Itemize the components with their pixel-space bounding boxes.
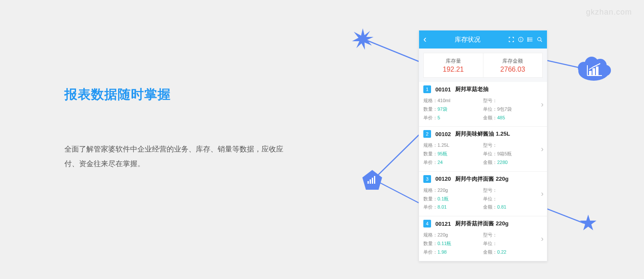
list-icon[interactable] [527,36,533,42]
svg-rect-8 [372,178,373,184]
amount-label: 金额： [483,115,497,120]
svg-line-4 [545,208,584,223]
qty-value: 0.1瓶 [437,196,449,201]
chevron-right-icon: › [541,189,544,198]
amount-label: 金额： [483,249,497,255]
description: 全面了解管家婆软件中企业经营的业务、库存、销量等数据，应收应付、资金往来尽在掌握… [64,142,288,171]
spec-label: 规格： [423,98,437,103]
svg-rect-6 [368,181,369,184]
summary-amount[interactable]: 库存金额 2766.03 [483,53,543,77]
model-label: 型号： [483,232,497,237]
search-icon[interactable] [537,36,543,42]
amount-label: 金额： [483,204,497,209]
svg-line-30 [541,40,542,42]
svg-rect-18 [593,69,595,76]
marketing-copy: 报表数据随时掌握 全面了解管家婆软件中企业经营的业务、库存、销量等数据，应收应付… [64,86,288,171]
app-header: ‹ 库存状况 [419,30,547,49]
item-index: 1 [423,85,431,93]
summary-card: 库存量 192.21 库存金额 2766.03 [423,53,543,78]
list-item[interactable]: 1 00101 厨邦草菇老抽 规格：410ml 数量：97袋 单价：5 型号： … [419,82,547,126]
svg-rect-19 [596,67,598,76]
svg-rect-9 [374,176,375,184]
qty-value: 0.11瓶 [437,241,451,246]
svg-rect-17 [589,71,591,76]
qty-label: 数量： [423,196,437,201]
headline: 报表数据随时掌握 [64,86,288,103]
qty-value: 97袋 [437,106,447,112]
model-label: 型号： [483,98,497,103]
spec-label: 规格： [423,143,437,148]
unit-label: 单位： [483,151,497,156]
summary-qty[interactable]: 库存量 192.21 [424,53,483,77]
phone-mockup: ‹ 库存状况 [419,30,547,261]
back-button[interactable]: ‹ [423,35,426,44]
spec-value: 220g [437,188,448,193]
svg-point-29 [538,37,541,41]
item-name: 厨邦香菇拌面酱 220g [455,220,508,227]
svg-line-1 [374,133,421,179]
price-label: 单价： [423,115,437,120]
item-name: 厨邦美味鲜酱油 1.25L [455,130,510,138]
list-item[interactable]: 2 00102 厨邦美味鲜酱油 1.25L 规格：1.25L 数量：95瓶 单价… [419,126,547,171]
svg-marker-5 [352,28,374,50]
svg-point-28 [528,41,529,42]
model-label: 型号： [483,188,497,193]
item-index: 3 [423,175,431,183]
amount-value: 485 [497,115,505,120]
amount-value: 0.81 [497,204,506,209]
amount-value: 2280 [497,160,507,165]
spec-value: 410ml [437,98,450,103]
scan-icon[interactable] [508,36,514,42]
item-code: 00120 [435,176,451,182]
qty-value: 95瓶 [437,151,447,156]
svg-line-0 [366,40,421,62]
unit-value: 9箱5瓶 [497,151,512,156]
svg-point-22 [520,38,521,39]
chevron-right-icon: › [541,100,544,109]
price-value: 5 [437,115,440,120]
item-name: 厨邦牛肉拌面酱 220g [455,175,508,183]
spec-label: 规格： [423,188,437,193]
model-label: 型号： [483,143,497,148]
unit-label: 单位： [483,196,497,201]
price-label: 单价： [423,204,437,209]
svg-line-2 [374,179,421,204]
spec-label: 规格： [423,232,437,237]
unit-label: 单位： [483,241,497,246]
watermark-text: gkzhan.com [586,8,632,17]
list-item[interactable]: 4 00121 厨邦香菇拌面酱 220g 规格：220g 数量：0.11瓶 单价… [419,216,547,261]
price-value: 8.01 [437,204,447,209]
unit-value: 9包7袋 [497,106,512,112]
svg-point-26 [528,38,529,39]
info-icon[interactable] [518,36,524,42]
price-value: 1.98 [437,249,447,255]
star-decoration [580,215,597,232]
summary-qty-label: 库存量 [446,58,461,65]
summary-amount-value: 2766.03 [500,66,525,73]
item-index: 4 [423,220,431,227]
item-code: 00101 [435,86,451,93]
price-label: 单价： [423,160,437,165]
item-index: 2 [423,130,431,138]
item-name: 厨邦草菇老抽 [455,85,489,93]
spec-value: 1.25L [437,143,450,148]
qty-label: 数量： [423,106,437,112]
chevron-right-icon: › [541,145,544,154]
svg-point-14 [600,65,611,76]
item-code: 00102 [435,131,451,137]
amount-value: 0.22 [497,249,506,255]
cloud-chart-decoration [575,55,612,83]
summary-amount-label: 库存金额 [502,58,523,65]
price-value: 24 [437,160,443,165]
qty-label: 数量： [423,151,437,156]
list-item[interactable]: 3 00120 厨邦牛肉拌面酱 220g 规格：220g 数量：0.1瓶 单价：… [419,171,547,216]
inventory-list: 1 00101 厨邦草菇老抽 规格：410ml 数量：97袋 单价：5 型号： … [419,82,547,261]
svg-point-27 [528,39,529,40]
summary-qty-value: 192.21 [443,66,464,73]
svg-rect-7 [370,179,371,184]
unit-label: 单位： [483,106,497,112]
page-title: 库存状况 [426,36,508,44]
spec-value: 220g [437,232,448,237]
burst-decoration [352,28,374,50]
bars-pentagon-decoration [362,170,382,190]
